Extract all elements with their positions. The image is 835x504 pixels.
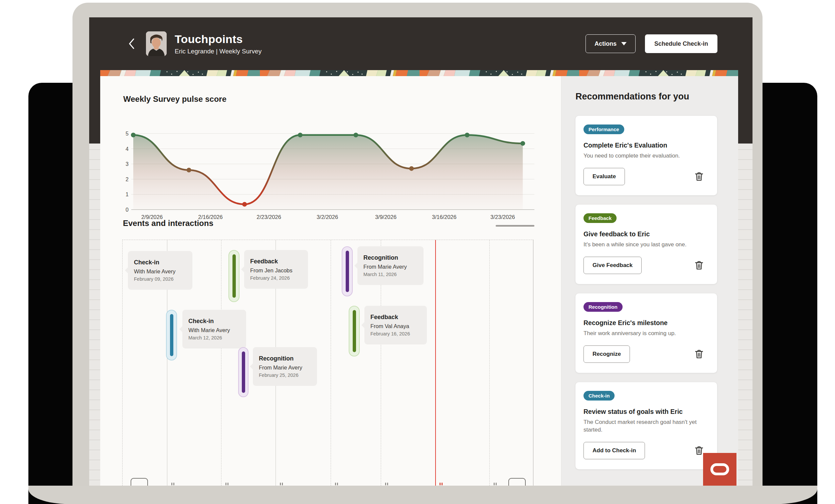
recommendation-title: Review status of goals with Eric bbox=[584, 408, 708, 416]
event-type: Feedback bbox=[250, 258, 302, 265]
event-type: Check-in bbox=[134, 259, 186, 266]
badge-checkin: Check-in bbox=[584, 391, 615, 401]
event-type: Feedback bbox=[370, 314, 421, 321]
recommendation-card-recognition: Recognition Recognize Eric's milestone T… bbox=[575, 293, 717, 373]
event-date: March 11, 2026 bbox=[363, 272, 418, 277]
svg-text:2/23/2026: 2/23/2026 bbox=[257, 214, 281, 220]
give-feedback-button[interactable]: Give Feedback bbox=[584, 257, 641, 274]
recommendations-title: Recommendations for you bbox=[575, 91, 738, 102]
oracle-oval-icon bbox=[710, 463, 729, 475]
event-marker-feedback[interactable] bbox=[228, 250, 240, 302]
cutoff-axis-label bbox=[280, 483, 281, 485]
svg-text:3/2/2026: 3/2/2026 bbox=[317, 214, 338, 220]
timeline-zoom-button-right[interactable] bbox=[508, 478, 526, 486]
event-card[interactable]: Recognition From Marie Avery March 11, 2… bbox=[358, 246, 424, 285]
cutoff-axis-label bbox=[171, 483, 172, 485]
recommendation-title: Recognize Eric's milestone bbox=[584, 319, 708, 327]
event-person: From Jen Jacobs bbox=[250, 267, 302, 274]
svg-text:0: 0 bbox=[126, 207, 128, 213]
cutoff-axis-label bbox=[227, 483, 228, 485]
schedule-check-in-button[interactable]: Schedule Check-in bbox=[645, 34, 717, 53]
laptop-base bbox=[28, 486, 817, 504]
event-marker-recognition[interactable] bbox=[238, 347, 248, 397]
trash-icon bbox=[694, 171, 705, 182]
caret-down-icon bbox=[621, 42, 627, 45]
badge-recognition: Recognition bbox=[584, 302, 623, 312]
event-person: From Marie Avery bbox=[259, 364, 311, 371]
recommendations-list: Performance Complete Eric's Evaluation Y… bbox=[575, 116, 717, 469]
event-date: February 25, 2026 bbox=[259, 373, 311, 378]
header-titles: Touchpoints Eric Legrande | Weekly Surve… bbox=[175, 33, 262, 55]
recommendation-card-performance: Performance Complete Eric's Evaluation Y… bbox=[575, 116, 717, 195]
back-button[interactable] bbox=[126, 36, 137, 51]
event-card[interactable]: Feedback From Jen Jacobs February 24, 20… bbox=[244, 250, 308, 289]
recommendation-description: You need to complete their evaluation. bbox=[584, 152, 702, 160]
event-marker-checkin[interactable] bbox=[166, 310, 177, 360]
cutoff-axis-label bbox=[387, 483, 388, 485]
event-type: Check-in bbox=[188, 318, 240, 325]
event-marker-recognition[interactable] bbox=[342, 246, 353, 296]
page-margin-right bbox=[738, 144, 753, 486]
event-date: February 16, 2026 bbox=[370, 331, 421, 336]
dismiss-recommendation-button[interactable] bbox=[694, 260, 705, 271]
event-person: With Marie Avery bbox=[188, 327, 240, 333]
screenshot-stage: Touchpoints Eric Legrande | Weekly Surve… bbox=[0, 0, 835, 504]
oracle-logo bbox=[703, 453, 736, 486]
badge-feedback: Feedback bbox=[584, 213, 616, 223]
timeline-gridline bbox=[331, 240, 331, 486]
cutoff-axis-label bbox=[440, 483, 441, 485]
recommendation-card-checkin: Check-in Review status of goals with Eri… bbox=[575, 382, 717, 469]
event-date: March 12, 2026 bbox=[188, 335, 240, 340]
svg-text:4: 4 bbox=[126, 146, 128, 152]
cutoff-axis-label bbox=[442, 483, 443, 485]
cutoff-axis-label bbox=[494, 483, 495, 485]
add-to-check-in-button[interactable]: Add to Check-in bbox=[584, 442, 645, 459]
recommendation-description: It's been a while since you last gave on… bbox=[584, 241, 702, 249]
svg-text:3/23/2026: 3/23/2026 bbox=[490, 214, 515, 220]
cutoff-axis-label bbox=[496, 483, 497, 485]
recommendation-description: Their work anniversary is coming up. bbox=[584, 330, 702, 337]
dismiss-recommendation-button[interactable] bbox=[694, 349, 705, 359]
event-type: Recognition bbox=[363, 254, 418, 261]
timeline-gridline bbox=[489, 240, 490, 486]
actions-button[interactable]: Actions bbox=[586, 34, 636, 53]
timeline-zoom-button-left[interactable] bbox=[130, 478, 148, 486]
chevron-left-icon bbox=[128, 38, 135, 49]
event-person: From Marie Avery bbox=[363, 264, 418, 270]
event-marker-feedback[interactable] bbox=[349, 306, 360, 356]
event-card[interactable]: Check-in With Marie Avery February 09, 2… bbox=[128, 251, 192, 290]
svg-text:2: 2 bbox=[126, 176, 128, 182]
event-card[interactable]: Feedback From Val Anaya February 16, 202… bbox=[364, 306, 427, 344]
dismiss-recommendation-button[interactable] bbox=[694, 171, 705, 182]
actions-button-label: Actions bbox=[594, 40, 616, 47]
cutoff-axis-label bbox=[337, 483, 338, 485]
svg-text:3/9/2026: 3/9/2026 bbox=[375, 214, 396, 220]
svg-text:1: 1 bbox=[126, 192, 128, 197]
event-person: With Marie Avery bbox=[134, 268, 186, 275]
event-person: From Val Anaya bbox=[370, 323, 421, 330]
recommendation-title: Complete Eric's Evaluation bbox=[584, 142, 708, 149]
decorative-banner-strip bbox=[100, 70, 738, 76]
pulse-section-title: Weekly Survey pulse score bbox=[123, 94, 226, 104]
chart-scrollbar-thumb[interactable] bbox=[496, 225, 534, 227]
timeline-today-line bbox=[435, 240, 436, 486]
recognize-button[interactable]: Recognize bbox=[584, 345, 630, 363]
svg-text:3: 3 bbox=[126, 161, 128, 167]
pulse-line-chart: 0123452/9/20262/16/20262/23/20263/2/2026… bbox=[120, 127, 538, 230]
trash-icon bbox=[694, 260, 705, 271]
event-date: February 09, 2026 bbox=[134, 276, 186, 282]
events-section-title: Events and interactions bbox=[123, 218, 213, 228]
cutoff-axis-label bbox=[225, 483, 226, 485]
event-card[interactable]: Check-in With Marie Avery March 12, 2026 bbox=[182, 310, 246, 349]
trash-icon bbox=[694, 349, 705, 359]
cutoff-axis-label bbox=[385, 483, 386, 485]
cutoff-axis-label bbox=[282, 483, 283, 485]
page-title: Touchpoints bbox=[175, 33, 262, 46]
page-margin-left bbox=[89, 144, 100, 486]
recommendation-title: Give feedback to Eric bbox=[584, 230, 708, 238]
event-card[interactable]: Recognition From Marie Avery February 25… bbox=[253, 347, 317, 386]
avatar bbox=[146, 31, 167, 56]
recommendations-sidebar: Recommendations for you Performance Comp… bbox=[561, 76, 738, 486]
evaluate-button[interactable]: Evaluate bbox=[584, 168, 625, 185]
event-type: Recognition bbox=[259, 355, 311, 362]
